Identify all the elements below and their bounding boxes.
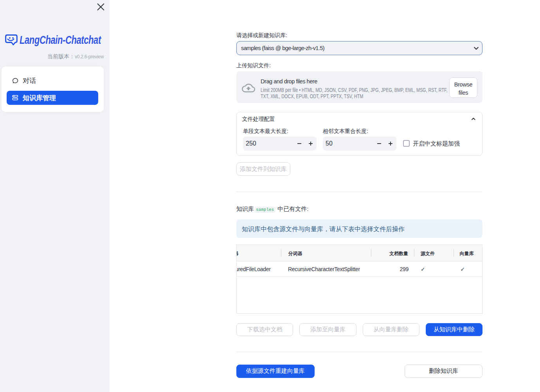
download-selected-button[interactable]: 下载选中文档 xyxy=(236,323,293,336)
version-caption: 当前版本：v0.2.6-preview xyxy=(0,53,104,60)
table-header: 文件加载器 分词器 文档数量 源文件 向量库 xyxy=(237,245,482,261)
table-row[interactable]: UnstructuredFileLoader RecursiveCharacte… xyxy=(237,262,482,277)
col-loader-header: 文件加载器 xyxy=(237,245,239,261)
chunk-size-value: 250 xyxy=(246,140,256,147)
col-source-header: 源文件 xyxy=(421,250,435,257)
col-docs-header: 文档数量 xyxy=(389,250,408,257)
kb-files-suffix: 中已有文件: xyxy=(277,205,308,212)
delete-from-vector-button[interactable]: 从向量库删除 xyxy=(363,323,419,336)
close-sidebar-icon[interactable] xyxy=(97,3,104,11)
cloud-upload-icon xyxy=(242,84,255,92)
column-divider xyxy=(454,249,454,257)
sidebar-item-dialogue[interactable]: 对话 xyxy=(7,74,98,88)
cell-vector-check: ✓ xyxy=(461,266,465,272)
version-value: v0.2.6-preview xyxy=(75,54,104,59)
delete-kb-button[interactable]: 删除知识库 xyxy=(405,365,482,378)
divider xyxy=(236,352,482,352)
chatchat-logo-icon xyxy=(5,34,18,46)
zh-title-checkbox[interactable] xyxy=(403,140,410,147)
version-label: 当前版本： xyxy=(47,53,75,59)
overlap-size-input[interactable]: 50 xyxy=(323,137,396,151)
col-loader-header-text: 文件加载器 xyxy=(237,250,239,257)
sidebar: LangChain-Chatchat 当前版本：v0.2.6-preview 对… xyxy=(0,0,110,392)
app-logo: LangChain-Chatchat xyxy=(5,34,104,47)
sidebar-item-kb-management[interactable]: 知识库管理 xyxy=(7,91,98,105)
overlap-plus-button[interactable] xyxy=(386,139,395,148)
add-to-vector-button[interactable]: 添加至向量库 xyxy=(299,323,356,336)
file-uploader-dropzone[interactable]: Drag and drop files here Limit 200MB per… xyxy=(236,71,482,103)
info-text: 知识库中包含源文件与向量库，请从下表中选择文件后操作 xyxy=(242,225,405,234)
kb-select[interactable]: samples (faiss @ bge-large-zh-v1.5) xyxy=(236,41,482,55)
delete-from-kb-button[interactable]: 从知识库中删除 xyxy=(426,323,482,336)
chevron-down-icon[interactable] xyxy=(473,47,479,50)
sidebar-item-label: 对话 xyxy=(23,76,36,85)
chunk-size-input[interactable]: 250 xyxy=(243,137,317,151)
kb-select-value: samples (faiss @ bge-large-zh-v1.5) xyxy=(240,45,324,51)
kb-name-code: samples xyxy=(254,207,275,213)
file-config-expander: 文件处理配置 单段文本最大长度: 250 相邻文本重合长度: 50 开启中文标题… xyxy=(236,112,482,156)
column-divider xyxy=(371,249,371,257)
cell-splitter: RecursiveCharacterTextSplitter xyxy=(288,266,360,272)
kb-stack-icon xyxy=(12,95,18,101)
expander-title[interactable]: 文件处理配置 xyxy=(242,115,275,123)
cell-docs: 299 xyxy=(400,266,409,272)
sidebar-item-label: 知识库管理 xyxy=(23,94,56,102)
add-files-button[interactable]: 添加文件到知识库 xyxy=(236,162,290,176)
divider xyxy=(236,192,482,192)
uploader-label: 上传知识文件: xyxy=(236,61,271,69)
overlap-size-label: 相邻文本重合长度: xyxy=(323,127,368,135)
kb-files-table[interactable]: 文件加载器 分词器 文档数量 源文件 向量库 UnstructuredFileL… xyxy=(236,245,482,314)
cell-loader: UnstructuredFileLoader xyxy=(237,262,271,277)
col-vector-header: 向量库 xyxy=(460,250,474,257)
cell-loader-text: UnstructuredFileLoader xyxy=(237,266,271,272)
chat-icon xyxy=(12,77,18,84)
chunk-size-label: 单段文本最大长度: xyxy=(243,127,288,135)
zh-title-checkbox-label: 开启中文标题加强 xyxy=(413,139,460,148)
kb-files-prefix: 知识库 xyxy=(236,205,254,212)
uploader-limit-line1: Limit 200MB per file • HTML, MD, JSON, C… xyxy=(261,87,447,94)
column-divider xyxy=(414,249,414,257)
overlap-minus-button[interactable] xyxy=(374,139,384,148)
browse-files-button[interactable]: Browse files xyxy=(449,77,477,98)
app-title: LangChain-Chatchat xyxy=(20,34,101,47)
uploader-limit-text: Limit 200MB per file • HTML, MD, JSON, C… xyxy=(261,87,447,100)
kb-files-heading: 知识库samples中已有文件: xyxy=(236,204,308,214)
chevron-up-icon[interactable] xyxy=(471,117,476,121)
uploader-limit-line2: TXT, XML, DOCX, EPUB, ODT, PPT, PPTX, TS… xyxy=(261,94,447,100)
cell-source-check: ✓ xyxy=(421,266,425,272)
overlap-size-value: 50 xyxy=(326,140,333,147)
chunk-minus-button[interactable] xyxy=(295,139,304,148)
chunk-plus-button[interactable] xyxy=(306,139,315,148)
kb-select-label: 请选择或新建知识库: xyxy=(236,31,287,39)
info-alert: 知识库中包含源文件与向量库，请从下表中选择文件后操作 xyxy=(236,219,482,238)
rebuild-vector-button[interactable]: 依据源文件重建向量库 xyxy=(236,365,315,378)
sidebar-menu: 对话 知识库管理 xyxy=(2,67,104,112)
column-divider xyxy=(281,249,281,257)
uploader-title: Drag and drop files here xyxy=(261,77,317,86)
col-splitter-header: 分词器 xyxy=(288,250,302,257)
